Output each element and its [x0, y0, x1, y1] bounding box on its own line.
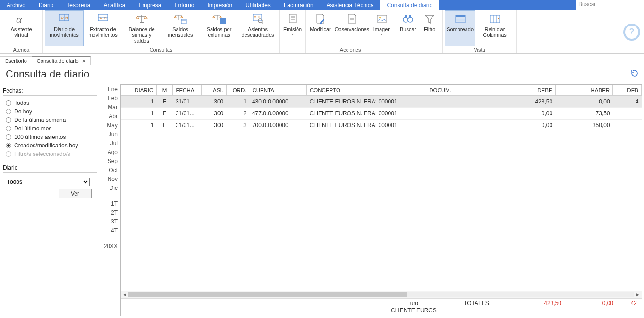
doc-dh2-icon: DH	[95, 12, 110, 26]
month-jun[interactable]: Jun	[109, 131, 118, 138]
menu-item-tesorer-a[interactable]: Tesorería	[60, 0, 97, 10]
ribbon-btn-label: Modificar	[310, 26, 331, 32]
month-abr[interactable]: Abr	[109, 113, 118, 120]
radio-creados-modificados-hoy[interactable]: Creados/modificados hoy	[3, 141, 97, 150]
ribbon-btn-balance-sumas-saldos[interactable]: Balance de sumas y saldos	[122, 10, 161, 46]
scroll-left-arrow[interactable]: ◄	[121, 292, 128, 297]
col-header-concepto[interactable]: CONCEPTO	[306, 85, 426, 96]
menu-item-empresa[interactable]: Empresa	[132, 0, 168, 10]
month-mar[interactable]: Mar	[108, 104, 118, 111]
scroll-right-arrow[interactable]: ►	[634, 292, 642, 297]
cell-diario: 1	[121, 96, 157, 108]
ribbon-btn-observaciones[interactable]: Observaciones	[333, 10, 371, 46]
radio-de-la-ltima-semana[interactable]: De la última semana	[3, 116, 97, 124]
ribbon-btn-saldos-mensuales[interactable]: Saldos mensuales	[161, 10, 200, 46]
menu-item-diario[interactable]: Diario	[32, 0, 60, 10]
ribbon-btn-reiniciar-columnas[interactable]: Reiniciar Columnas	[475, 10, 514, 46]
col-header-debe2[interactable]: DEB	[613, 85, 642, 96]
svg-rect-40	[456, 15, 465, 17]
radio-del-ltimo-mes[interactable]: Del último mes	[3, 124, 97, 133]
global-search-input[interactable]: Buscar	[576, 0, 644, 10]
menu-item-impresi-n[interactable]: Impresión	[201, 0, 239, 10]
col-header-asi[interactable]: ASI.	[202, 85, 227, 96]
diario-select[interactable]: Todos	[5, 178, 90, 186]
ribbon-btn-extracto-movimientos[interactable]: DHExtracto de movimientos	[84, 10, 122, 46]
ribbon-group: DHDiario de movimientosDHExtracto de mov…	[43, 10, 280, 53]
menu-item-facturaci-n[interactable]: Facturación	[277, 0, 320, 10]
month-may[interactable]: May	[107, 122, 118, 129]
refresh-icon[interactable]	[631, 69, 638, 79]
close-icon[interactable]: ✕	[82, 59, 85, 64]
col-header-diario[interactable]: DIARIO	[121, 85, 157, 96]
month-jul[interactable]: Jul	[110, 140, 118, 146]
month-3t[interactable]: 3T	[111, 218, 118, 225]
radio-icon	[6, 126, 11, 131]
radio-todos[interactable]: Todos	[3, 99, 97, 107]
month-feb[interactable]: Feb	[108, 95, 118, 102]
ribbon-btn-label: Filtro	[424, 26, 435, 32]
radio-100-ltimos-asientos[interactable]: 100 últimos asientos	[3, 133, 97, 141]
month-4t[interactable]: 4T	[111, 227, 118, 234]
svg-rect-11	[140, 22, 144, 23]
ribbon-btn-diario-movimientos[interactable]: DHDiario de movimientos	[45, 10, 84, 46]
ribbon-group-label	[397, 52, 441, 53]
table-row[interactable]: 1E31/01...3001430.0.0.00000CLIENTE EUROS…	[121, 96, 642, 108]
col-header-fecha[interactable]: FECHA	[173, 85, 202, 96]
chevron-down-icon: ▾	[381, 32, 383, 36]
ribbon-btn-emision[interactable]: Emisión▾	[281, 10, 304, 52]
doc-tab-consulta-de-diario[interactable]: Consulta de diario✕	[32, 56, 91, 65]
menu-bar: ArchivoDiarioTesoreríaAnalíticaEmpresaEn…	[0, 0, 644, 10]
col-header-m[interactable]: M	[156, 85, 172, 96]
month-1t[interactable]: 1T	[111, 200, 118, 207]
menu-item-consulta-de-diario[interactable]: Consulta de diario	[380, 0, 439, 10]
col-header-haber[interactable]: HABER	[555, 85, 613, 96]
month-selector-strip: EneFebMarAbrMayJunJulAgoSepOctNovDic1T2T…	[102, 84, 120, 316]
help-icon[interactable]: ?	[623, 24, 640, 41]
ribbon-btn-label: Balance de sumas y saldos	[124, 26, 159, 43]
doc-lines-icon	[285, 12, 300, 26]
ribbon-btn-buscar[interactable]: Buscar	[397, 10, 419, 52]
table-row[interactable]: 1E31/01...3002477.0.0.00000CLIENTE EUROS…	[121, 108, 642, 120]
radio-icon	[6, 151, 11, 157]
svg-text:D: D	[254, 16, 256, 19]
menu-item-asistencia-t-cnica[interactable]: Asistencia Técnica	[320, 0, 381, 10]
month-ene[interactable]: Ene	[108, 86, 118, 93]
ver-button[interactable]: Ver	[59, 189, 92, 198]
menu-item-utilidades[interactable]: Utilidades	[239, 0, 277, 10]
cell-haber: 350,00	[555, 120, 613, 131]
cell-debe: 0,00	[498, 120, 556, 131]
col-header-debe[interactable]: DEBE	[498, 85, 556, 96]
ribbon-btn-imagen[interactable]: Imagen▾	[371, 10, 393, 46]
month-sep[interactable]: Sep	[108, 158, 118, 164]
cell-concepto: CLIENTE EUROS N. FRA: 000001	[306, 120, 426, 131]
radio-icon	[6, 117, 11, 123]
menu-item-entorno[interactable]: Entorno	[168, 0, 201, 10]
scale-icon	[134, 12, 149, 26]
month-nov[interactable]: Nov	[108, 176, 118, 182]
ribbon-btn-sombreado[interactable]: Sombreado	[445, 10, 475, 46]
ribbon-btn-saldos-columnas[interactable]: Saldos por columnas	[200, 10, 238, 46]
col-header-docum[interactable]: DOCUM.	[426, 85, 498, 96]
horizontal-scrollbar[interactable]: ◄ ►	[121, 291, 642, 298]
menu-item-archivo[interactable]: Archivo	[0, 0, 32, 10]
month-ago[interactable]: Ago	[108, 149, 118, 155]
month-oct[interactable]: Oct	[109, 167, 118, 173]
ribbon-btn-asientos-descuadrados[interactable]: DHAsientos descuadrados	[238, 10, 277, 46]
cell-diario: 1	[121, 120, 157, 131]
menu-item-anal-tica[interactable]: Analítica	[97, 0, 132, 10]
table-row[interactable]: 1E31/01...3003700.0.0.00000CLIENTE EUROS…	[121, 120, 642, 131]
data-grid[interactable]: DIARIOMFECHAASI.ORD.CUENTACONCEPTODOCUM.…	[121, 85, 642, 291]
col-header-ord[interactable]: ORD.	[226, 85, 249, 96]
ribbon-btn-asistente-virtual[interactable]: αAsistente virtual	[2, 10, 41, 46]
month-20xx[interactable]: 20XX	[104, 243, 118, 249]
month-2t[interactable]: 2T	[111, 209, 118, 216]
totals-row: Euro TOTALES: 423,50 0,00 42	[121, 298, 642, 307]
radio-de-hoy[interactable]: De hoy	[3, 107, 97, 116]
month-dic[interactable]: Dic	[110, 185, 118, 191]
data-grid-container: DIARIOMFECHAASI.ORD.CUENTACONCEPTODOCUM.…	[120, 84, 642, 316]
col-header-cuenta[interactable]: CUENTA	[249, 85, 307, 96]
client-label: CLIENTE EUROS	[391, 307, 642, 314]
ribbon-btn-filtro[interactable]: Filtro	[419, 10, 441, 52]
ribbon-btn-modificar[interactable]: Modificar	[308, 10, 333, 46]
doc-tab-escritorio[interactable]: Escritorio	[0, 56, 32, 65]
